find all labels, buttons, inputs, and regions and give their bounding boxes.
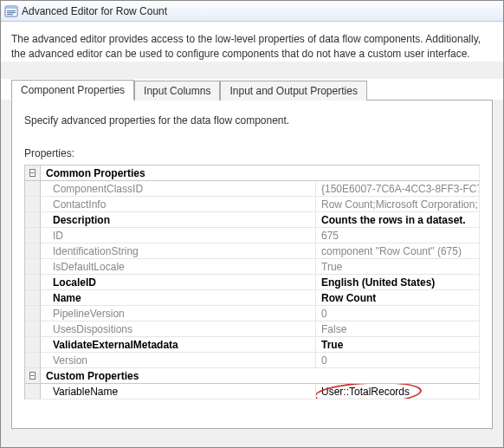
tab-component-properties[interactable]: Component Properties <box>11 80 134 101</box>
property-value[interactable]: Row Count <box>316 290 480 306</box>
property-row[interactable]: ComponentClassID{150E6007-7C6A-4CC3-8FF3… <box>25 181 480 197</box>
highlight-annotation: User::TotalRecords <box>321 386 410 398</box>
svg-rect-4 <box>7 14 13 15</box>
property-name: IsDefaultLocale <box>41 259 316 275</box>
property-row[interactable]: IsDefaultLocaleTrue <box>25 259 480 275</box>
properties-label: Properties: <box>24 147 480 159</box>
category-row: − Common Properties <box>25 166 480 181</box>
category-row: − Custom Properties <box>25 368 480 384</box>
property-name: ContactInfo <box>41 197 316 212</box>
property-name: ComponentClassID <box>41 181 316 197</box>
category-value-blank <box>316 368 480 384</box>
property-value[interactable]: component "Row Count" (675) <box>316 243 480 259</box>
property-row[interactable]: UsesDispositionsFalse <box>25 321 480 337</box>
collapse-toggle[interactable]: − <box>25 368 41 384</box>
tab-input-columns[interactable]: Input Columns <box>134 81 220 101</box>
property-row[interactable]: VariableName User::TotalRecords <box>25 384 480 399</box>
property-row[interactable]: Version0 <box>25 353 480 368</box>
property-row[interactable]: NameRow Count <box>25 290 480 306</box>
window-icon <box>4 4 18 18</box>
svg-rect-1 <box>5 6 17 9</box>
property-name: Version <box>41 353 316 368</box>
tab-input-output-properties[interactable]: Input and Output Properties <box>220 81 366 101</box>
minus-icon: − <box>29 169 36 177</box>
property-value[interactable]: 675 <box>316 228 480 243</box>
property-name: VariableName <box>41 384 316 399</box>
property-value-variable-name[interactable]: User::TotalRecords <box>316 384 480 399</box>
tab-panel: Specify advanced properties for the data… <box>11 100 493 429</box>
property-value[interactable]: {150E6007-7C6A-4CC3-8FF3-FC7378 <box>316 181 480 197</box>
property-name: IdentificationString <box>41 243 316 259</box>
property-name: Description <box>41 212 316 228</box>
svg-rect-3 <box>7 12 16 13</box>
property-name: ID <box>41 228 316 243</box>
property-row[interactable]: DescriptionCounts the rows in a dataset. <box>25 212 480 228</box>
category-name: Common Properties <box>41 166 316 181</box>
property-grid: − Common Properties ComponentClassID{150… <box>24 165 480 399</box>
window-title: Advanced Editor for Row Count <box>22 5 167 17</box>
titlebar: Advanced Editor for Row Count <box>1 1 503 22</box>
property-row[interactable]: PipelineVersion0 <box>25 306 480 321</box>
property-name: UsesDispositions <box>41 321 316 337</box>
svg-rect-2 <box>7 10 16 11</box>
property-row[interactable]: IdentificationStringcomponent "Row Count… <box>25 243 480 259</box>
minus-icon: − <box>29 372 36 380</box>
property-row[interactable]: LocaleIDEnglish (United States) <box>25 275 480 290</box>
category-value-blank <box>316 166 480 181</box>
property-value[interactable]: True <box>316 259 480 275</box>
editor-description: The advanced editor provides access to t… <box>11 32 493 62</box>
tabstrip: Component Properties Input Columns Input… <box>1 79 503 100</box>
property-name: PipelineVersion <box>41 306 316 321</box>
property-value[interactable]: English (United States) <box>316 275 480 290</box>
property-value[interactable]: False <box>316 321 480 337</box>
property-name: LocaleID <box>41 275 316 290</box>
property-value[interactable]: 0 <box>316 306 480 321</box>
description-area: The advanced editor provides access to t… <box>1 22 503 62</box>
property-row[interactable]: ID675 <box>25 228 480 243</box>
property-name: Name <box>41 290 316 306</box>
property-value[interactable]: 0 <box>316 353 480 368</box>
property-row[interactable]: ContactInfoRow Count;Microsoft Corporati… <box>25 197 480 212</box>
property-value[interactable]: True <box>316 337 480 353</box>
property-value[interactable]: Row Count;Microsoft Corporation; <box>316 197 480 212</box>
collapse-toggle[interactable]: − <box>25 166 41 181</box>
tab-description: Specify advanced properties for the data… <box>24 114 480 127</box>
property-value[interactable]: Counts the rows in a dataset. <box>316 212 480 228</box>
property-row[interactable]: ValidateExternalMetadataTrue <box>25 337 480 353</box>
property-name: ValidateExternalMetadata <box>41 337 316 353</box>
category-name: Custom Properties <box>41 368 316 384</box>
